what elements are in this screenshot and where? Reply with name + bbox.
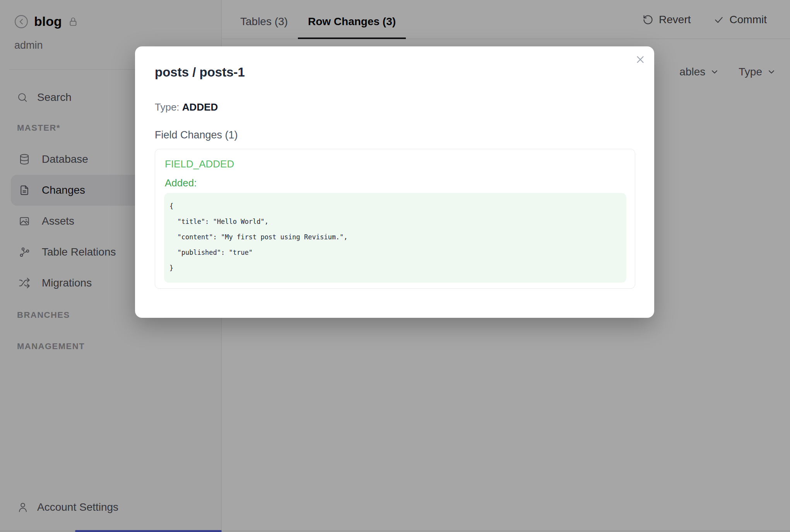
row-change-modal: posts / posts-1 Type: ADDED Field Change…	[135, 46, 654, 318]
close-icon[interactable]	[634, 54, 646, 65]
added-json-block: { "title": "Hello World", "content": "My…	[164, 193, 626, 283]
change-kind-label: FIELD_ADDED	[165, 158, 234, 170]
modal-type-row: Type: ADDED	[155, 101, 218, 113]
field-changes-heading: Field Changes (1)	[155, 129, 238, 141]
modal-title: posts / posts-1	[155, 65, 245, 80]
type-label: Type:	[155, 101, 180, 113]
field-change-card: FIELD_ADDED Added: { "title": "Hello Wor…	[155, 149, 635, 289]
added-json-code: { "title": "Hello World", "content": "My…	[164, 193, 626, 276]
added-label: Added:	[165, 177, 197, 189]
app-window: blog admin Search MASTER*	[0, 0, 790, 532]
type-value: ADDED	[182, 101, 218, 113]
